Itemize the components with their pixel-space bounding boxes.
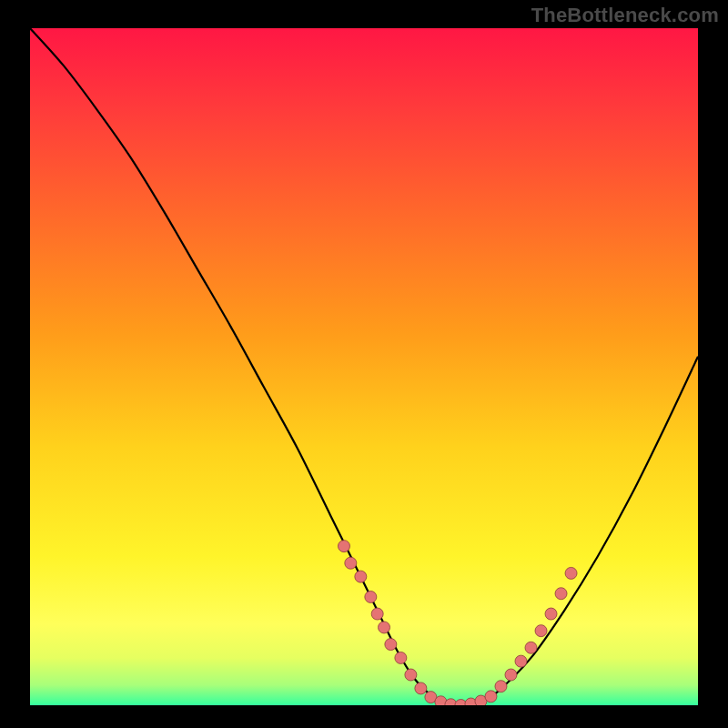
data-point <box>515 655 527 667</box>
data-point <box>345 557 357 569</box>
data-point <box>385 639 397 651</box>
data-point <box>379 622 390 633</box>
data-point <box>405 669 417 681</box>
data-point <box>365 591 377 602</box>
data-point <box>505 669 517 681</box>
data-point <box>565 567 577 579</box>
data-point <box>525 642 537 653</box>
watermark-label: TheBottleneck.com <box>531 4 719 27</box>
data-point <box>371 608 383 620</box>
data-point <box>338 541 349 552</box>
chart-stage: TheBottleneck.com <box>0 0 728 728</box>
data-point <box>395 652 407 663</box>
data-point <box>415 682 427 694</box>
data-point <box>485 691 497 703</box>
data-point <box>355 571 367 582</box>
data-point <box>555 588 567 600</box>
data-point <box>495 681 507 693</box>
bottleneck-chart <box>0 0 728 728</box>
data-point <box>435 696 447 708</box>
data-point <box>545 608 557 620</box>
data-point <box>535 625 547 637</box>
gradient-background <box>30 28 698 705</box>
